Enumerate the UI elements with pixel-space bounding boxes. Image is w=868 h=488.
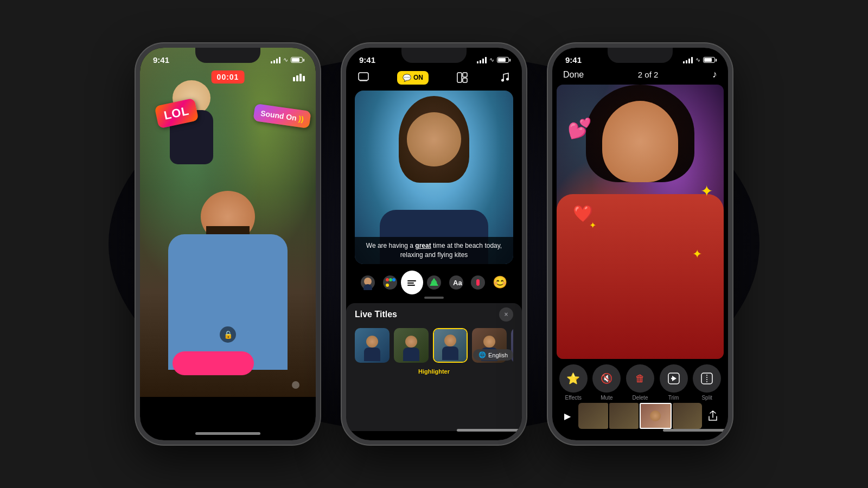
close-panel-button[interactable]: × (499, 307, 513, 322)
svg-rect-25 (476, 279, 480, 286)
globe-icon: 🌐 (478, 351, 486, 358)
film-thumbs (578, 403, 702, 429)
video-area: We are having a great time at the beach … (355, 91, 513, 264)
phone2-status-bar: 9:41 ∿ (346, 48, 522, 67)
subtitle-text: We are having a great time at the beach … (361, 241, 507, 260)
photo-overlay (140, 48, 316, 397)
phone3-time: 9:41 (565, 55, 582, 65)
play-button[interactable]: ▶ (559, 407, 576, 425)
phone3-header: Done 2 of 2 ♪ (552, 67, 728, 85)
phone1-screen: 9:41 ∿ 00:01 (140, 48, 316, 440)
phone2-screen: 9:41 ∿ (346, 48, 522, 440)
drag-handle (424, 297, 444, 299)
battery-icon (291, 57, 303, 63)
phone2-signal (477, 57, 487, 63)
captions-effect-btn[interactable] (401, 271, 423, 294)
svg-point-11 (386, 278, 389, 281)
signal-bars-icon (271, 57, 280, 63)
svg-rect-4 (463, 78, 467, 82)
delete-action-btn[interactable]: 🗑 Delete (626, 364, 654, 401)
lipstick-effect-btn[interactable] (467, 271, 489, 294)
style-thumb-2[interactable] (394, 328, 429, 363)
gamecontroller-effect-btn[interactable] (379, 271, 401, 294)
phone3-signal (683, 57, 693, 63)
mute-action-btn[interactable]: 🔇 Mute (592, 364, 621, 401)
language-button[interactable]: 🌐 English (473, 349, 513, 361)
svg-point-6 (506, 78, 509, 81)
delete-icon: 🗑 (626, 364, 654, 393)
phone3-status-icons: ∿ (683, 56, 715, 63)
layout-icon[interactable] (454, 69, 471, 86)
home-indicator (195, 432, 260, 435)
trim-action-btn[interactable]: Trim (660, 364, 688, 401)
effects-label: Effects (565, 395, 582, 401)
film-thumb-1 (578, 403, 608, 429)
panel-header: Live Titles × (355, 307, 513, 322)
effects-icon: ⭐ (559, 364, 588, 393)
share-button[interactable] (704, 407, 722, 425)
panel-title: Live Titles (355, 310, 397, 319)
style-thumb-1[interactable] (355, 328, 390, 363)
pink-button[interactable] (173, 351, 254, 375)
phone3-battery (703, 57, 715, 63)
svg-rect-16 (407, 280, 416, 281)
svg-point-5 (501, 79, 504, 82)
scroll-dot (292, 381, 299, 389)
sparkle2-icon: ✦ (692, 247, 702, 261)
layers-icon[interactable] (355, 69, 372, 86)
phone-3: 9:41 ∿ (548, 43, 732, 445)
phone-1: 9:41 ∿ 00:01 (136, 43, 320, 445)
svg-point-13 (392, 278, 395, 281)
live-badge[interactable]: 💬 ON (397, 71, 429, 85)
phone1-status-bar: 9:41 ∿ (140, 48, 316, 67)
phone2-time: 9:41 (359, 55, 375, 65)
subtitle-area: We are having a great time at the beach … (355, 237, 513, 264)
woman-head (407, 112, 461, 166)
sparkle3-icon: ✦ (589, 220, 596, 230)
phone2-wifi: ∿ (489, 56, 494, 63)
baby-figure (145, 80, 243, 200)
phones-container: 9:41 ∿ 00:01 (136, 43, 732, 445)
svg-rect-2 (457, 73, 462, 82)
svg-rect-28 (671, 378, 672, 380)
svg-marker-27 (672, 376, 676, 381)
live-badge-text: ON (413, 74, 423, 81)
emoji-effect-btn[interactable]: 😊 (489, 271, 511, 294)
trim-label: Trim (668, 395, 679, 401)
bottom-controls: ⭐ Effects 🔇 Mute 🗑 Delete (552, 359, 728, 431)
done-button[interactable]: Done (563, 70, 584, 80)
counter-text: 2 of 2 (638, 70, 659, 79)
text-effect-btn[interactable]: Aa (445, 271, 467, 294)
style-thumb-highlighter[interactable] (433, 328, 468, 363)
phone3-home-indicator (663, 429, 728, 432)
split-action-btn[interactable]: Split (693, 364, 721, 401)
mute-icon: 🔇 (592, 364, 621, 393)
delete-label: Delete (633, 395, 648, 401)
highlighter-label: Highlighter (355, 368, 513, 375)
svg-rect-1 (360, 80, 367, 81)
mountain-effect-btn[interactable] (423, 271, 445, 294)
thumb-row-container: 🌐 English (355, 328, 513, 365)
phone3-status-bar: 9:41 ∿ (552, 48, 728, 67)
phone2-home-indicator (457, 429, 522, 432)
phone1-time: 9:41 (153, 55, 169, 65)
memoji-effect-btn[interactable] (357, 271, 379, 294)
record-timer: 00:01 (212, 70, 245, 84)
svg-point-14 (386, 284, 389, 287)
live-badge-icon: 💬 (403, 74, 411, 82)
svg-text:Aa: Aa (453, 279, 462, 287)
svg-rect-17 (407, 282, 414, 284)
film-thumb-4 (673, 403, 703, 429)
live-titles-panel: Live Titles × (346, 303, 522, 431)
trim-icon (660, 364, 688, 393)
bars-icon (293, 74, 305, 81)
phone3-music-icon[interactable]: ♪ (712, 69, 717, 80)
hearts-sticker: 💕 (567, 117, 592, 140)
phone1-status-icons: ∿ (271, 56, 303, 63)
phone3-wifi: ∿ (695, 56, 700, 63)
effects-action-btn[interactable]: ⭐ Effects (559, 364, 588, 401)
music-note-icon[interactable] (496, 69, 513, 86)
split-icon (693, 364, 721, 393)
stylized-photo: 💕 ❤️ ✦ ✦ ✦ (557, 85, 724, 359)
lock-icon[interactable]: 🔒 (220, 326, 236, 343)
